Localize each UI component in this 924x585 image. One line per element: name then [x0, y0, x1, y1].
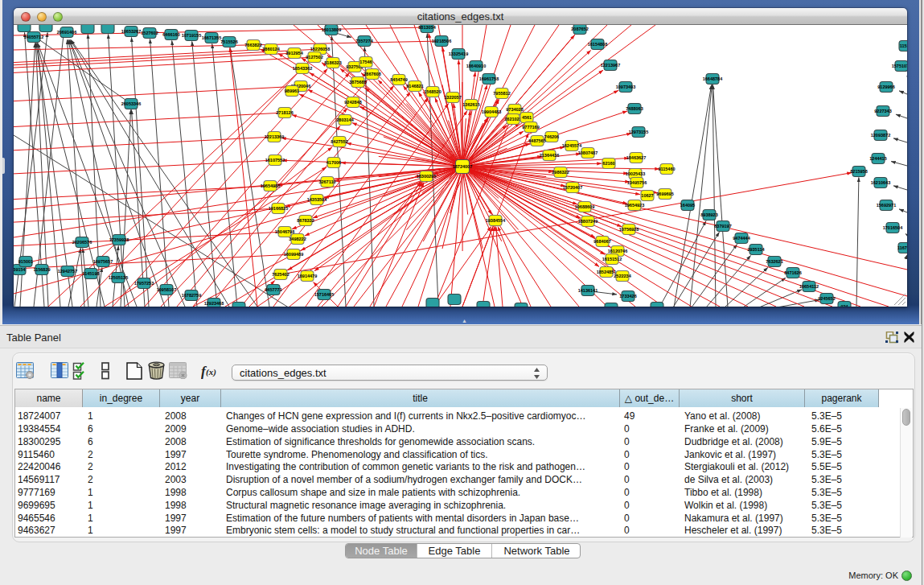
svg-text:2087652: 2087652: [571, 27, 588, 31]
svg-text:15046798: 15046798: [275, 229, 294, 234]
svg-text:2867608: 2867608: [363, 72, 380, 76]
svg-text:1145198: 1145198: [82, 271, 99, 276]
svg-text:6466160: 6466160: [162, 32, 179, 37]
svg-text:10807487: 10807487: [578, 150, 598, 155]
svg-text:1733426: 1733426: [619, 294, 636, 299]
svg-text:2522234: 2522234: [614, 274, 631, 278]
svg-text:19384554: 19384554: [486, 218, 506, 223]
svg-text:1322057: 1322057: [444, 95, 461, 100]
svg-text:10958107: 10958107: [157, 287, 176, 292]
svg-text:9474444: 9474444: [733, 236, 750, 241]
svg-text:12923468: 12923468: [204, 301, 224, 306]
svg-text:16648784: 16648784: [703, 76, 723, 81]
svg-text:15692971: 15692971: [877, 203, 896, 208]
svg-text:16154808: 16154808: [588, 42, 607, 47]
svg-text:989961: 989961: [285, 89, 299, 93]
svg-text:16151512: 16151512: [602, 257, 622, 262]
svg-text:18300295: 18300295: [417, 174, 436, 179]
svg-text:7663822: 7663822: [244, 43, 261, 47]
svg-text:924: 924: [840, 304, 848, 307]
svg-text:7515526: 7515526: [220, 39, 237, 44]
svg-text:14353594: 14353594: [307, 197, 327, 202]
svg-text:3860124: 3860124: [262, 47, 280, 51]
svg-text:9146821: 9146821: [406, 84, 423, 89]
svg-text:1568520: 1568520: [424, 89, 441, 94]
svg-text:19218506: 19218506: [432, 39, 451, 43]
svg-text:10654112: 10654112: [799, 284, 819, 289]
svg-text:18724007: 18724007: [453, 164, 472, 169]
svg-text:16543362: 16543362: [293, 66, 312, 71]
svg-text:12093872: 12093872: [871, 133, 890, 138]
svg-text:10688609: 10688609: [575, 204, 594, 209]
svg-text:1527602: 1527602: [141, 31, 158, 35]
svg-text:3912954: 3912954: [285, 51, 303, 56]
svg-text:21364436: 21364436: [540, 153, 559, 158]
svg-text:3267110: 3267110: [318, 179, 335, 184]
svg-text:4561: 4561: [522, 115, 532, 120]
svg-text:7955812: 7955812: [493, 91, 510, 96]
svg-text:10653267: 10653267: [121, 29, 141, 34]
svg-text:9699695: 9699695: [656, 192, 673, 196]
svg-text:10756928: 10756928: [619, 227, 639, 232]
svg-text:19166825: 19166825: [269, 206, 288, 211]
svg-text:13325419: 13325419: [449, 51, 468, 56]
svg-text:15716465: 15716465: [314, 292, 334, 297]
svg-text:10627: 10627: [641, 193, 653, 198]
svg-text:8186323: 8186323: [324, 60, 341, 65]
svg-text:19654985: 19654985: [261, 183, 280, 188]
svg-text:1244415: 1244415: [869, 156, 886, 161]
svg-text:7488063: 7488063: [626, 106, 643, 111]
svg-text:1156829: 1156829: [33, 267, 50, 272]
svg-text:16107552: 16107552: [265, 158, 285, 163]
svg-text:9457771: 9457771: [265, 287, 281, 292]
svg-text:18640910: 18640910: [466, 64, 486, 68]
svg-text:15226058: 15226058: [310, 47, 330, 51]
svg-text:16099489: 16099489: [284, 252, 303, 257]
svg-text:11511: 11511: [900, 43, 907, 48]
svg-text:6487565: 6487565: [528, 138, 545, 143]
svg-text:12505135: 12505135: [109, 275, 128, 280]
svg-text:17957253: 17957253: [134, 281, 154, 286]
svg-text:7625402: 7625402: [272, 272, 289, 277]
svg-text:20206576: 20206576: [72, 240, 92, 245]
svg-text:8813054: 8813054: [418, 25, 436, 30]
svg-text:16120746: 16120746: [608, 249, 627, 253]
svg-text:3498222: 3498222: [289, 237, 306, 241]
svg-text:39154: 39154: [14, 267, 27, 272]
svg-text:10975657: 10975657: [93, 259, 113, 264]
svg-text:16914479: 16914479: [298, 274, 317, 278]
svg-text:9115460: 9115460: [658, 167, 675, 171]
svg-text:12213967: 12213967: [601, 63, 620, 68]
svg-text:2803144: 2803144: [336, 117, 354, 122]
svg-text:62160: 62160: [602, 161, 614, 166]
svg-text:9129966: 9129966: [877, 84, 894, 89]
svg-text:417006: 417006: [326, 160, 341, 165]
svg-text:12973155: 12973155: [629, 130, 648, 134]
svg-text:20691406: 20691406: [57, 30, 76, 35]
svg-text:10719155: 10719155: [182, 33, 201, 38]
svg-text:1362615: 1362615: [462, 102, 479, 107]
svg-text:6379197: 6379197: [714, 224, 731, 229]
svg-text:16013809: 16013809: [322, 27, 341, 32]
svg-text:15751074: 15751074: [892, 64, 907, 68]
svg-text:116753: 116753: [897, 245, 907, 250]
svg-text:9777169: 9777169: [522, 125, 539, 130]
svg-text:19904483: 19904483: [482, 109, 501, 114]
svg-text:8471626: 8471626: [784, 270, 801, 275]
svg-text:746206: 746206: [544, 134, 559, 139]
svg-text:9127502: 9127502: [306, 55, 322, 60]
svg-text:12213369: 12213369: [265, 134, 284, 139]
svg-text:9245652: 9245652: [818, 296, 835, 301]
svg-text:7357274: 7357274: [355, 39, 373, 43]
svg-text:16210643: 16210643: [871, 180, 890, 185]
svg-text:8215958: 8215958: [850, 169, 867, 174]
svg-text:(x): (x): [206, 367, 216, 377]
svg-text:15720407: 15720407: [563, 185, 582, 190]
svg-text:8454749: 8454749: [390, 77, 407, 82]
svg-text:8938923: 8938923: [700, 212, 717, 217]
svg-text:16961758: 16961758: [479, 76, 499, 81]
svg-text:26053346: 26053346: [121, 101, 141, 106]
svg-text:7632621: 7632621: [766, 259, 782, 264]
svg-text:16245574: 16245574: [562, 143, 582, 148]
svg-text:9684067: 9684067: [593, 239, 610, 244]
